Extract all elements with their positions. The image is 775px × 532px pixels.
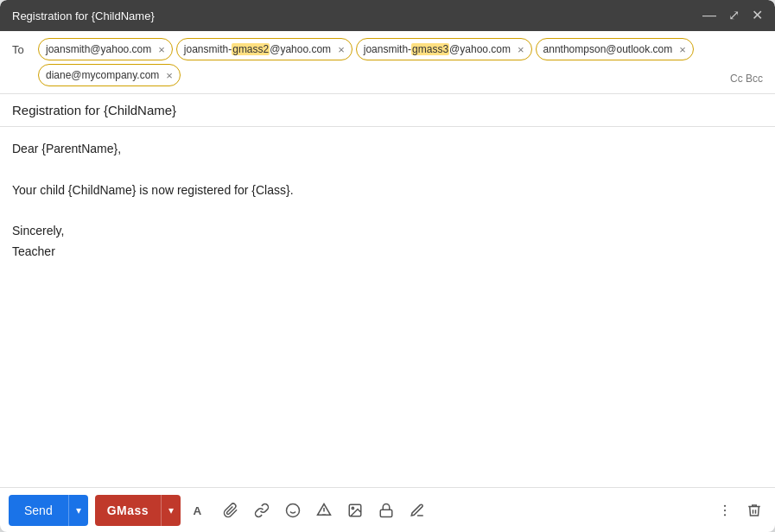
recipient-tag-4[interactable]: annthompson@outlook.com × — [536, 38, 694, 60]
gmass-arrow-icon: ▾ — [168, 504, 174, 516]
to-label: To — [12, 38, 29, 62]
delete-icon[interactable] — [742, 499, 766, 522]
send-button[interactable]: Send — [9, 495, 68, 526]
svg-point-8 — [352, 507, 353, 509]
body-section[interactable]: Dear {ParentName}, Your child {ChildName… — [0, 127, 775, 487]
highlight-gmass3: gmass3 — [411, 43, 449, 55]
title-bar-controls: — ⤢ ✕ — [702, 9, 763, 22]
tag-text-4: annthompson@outlook.com — [543, 43, 673, 55]
body-line-3: Sincerely, — [12, 221, 763, 242]
gmass-group: GMass ▾ — [95, 495, 181, 526]
highlight-gmass2: gmass2 — [232, 43, 270, 55]
more-options-icon[interactable] — [713, 499, 737, 522]
tag-text-3: joansmith-gmass3@yahoo.com — [364, 43, 511, 55]
subject-input[interactable] — [12, 103, 763, 117]
link-icon[interactable] — [250, 499, 274, 522]
remove-recipient-3[interactable]: × — [518, 44, 524, 55]
maximize-button[interactable]: ⤢ — [728, 9, 740, 22]
body-line-1: Dear {ParentName}, — [12, 139, 763, 160]
send-arrow-icon: ▾ — [76, 504, 81, 516]
remove-recipient-5[interactable]: × — [166, 70, 173, 81]
tag-text-5: diane@mycompany.com — [46, 69, 159, 81]
body-line-2: Your child {ChildName} is now registered… — [12, 180, 763, 201]
tag-text-1: joansmith@yahoo.com — [46, 43, 151, 55]
title-bar: Registration for {ChildName} — ⤢ ✕ — [0, 0, 775, 31]
cc-bcc-button[interactable]: Cc Bcc — [730, 73, 763, 85]
svg-text:A: A — [194, 504, 202, 516]
window-title: Registration for {ChildName} — [12, 10, 155, 22]
gmass-button[interactable]: GMass — [95, 495, 161, 526]
svg-point-12 — [724, 514, 726, 516]
svg-point-1 — [287, 504, 300, 516]
attach-icon[interactable] — [219, 499, 243, 522]
gmass-dropdown-button[interactable]: ▾ — [161, 495, 181, 526]
compose-window: Registration for {ChildName} — ⤢ ✕ To jo… — [0, 0, 775, 532]
svg-rect-9 — [380, 510, 392, 516]
toolbar: Send ▾ GMass ▾ A — [0, 487, 775, 532]
pen-icon[interactable] — [405, 499, 429, 522]
remove-recipient-2[interactable]: × — [338, 44, 345, 55]
svg-point-10 — [724, 504, 726, 506]
svg-point-11 — [724, 509, 726, 510]
recipient-tags: joansmith@yahoo.com × joansmith-gmass2@y… — [38, 38, 763, 86]
body-text: Dear {ParentName}, Your child {ChildName… — [12, 139, 763, 263]
recipient-tag-2[interactable]: joansmith-gmass2@yahoo.com × — [176, 38, 353, 60]
drive-icon[interactable] — [312, 499, 336, 522]
remove-recipient-4[interactable]: × — [679, 44, 686, 55]
lock-icon[interactable] — [374, 499, 398, 522]
image-icon[interactable] — [343, 499, 367, 522]
emoji-icon[interactable] — [281, 499, 305, 522]
to-section: To joansmith@yahoo.com × joansmith-gmass… — [0, 31, 775, 94]
recipient-tag-1[interactable]: joansmith@yahoo.com × — [38, 38, 173, 60]
body-line-4: Teacher — [12, 242, 763, 263]
to-row: To joansmith@yahoo.com × joansmith-gmass… — [12, 38, 763, 86]
recipient-tag-5[interactable]: diane@mycompany.com × — [38, 64, 181, 86]
tag-text-2: joansmith-gmass2@yahoo.com — [184, 43, 331, 55]
send-dropdown-button[interactable]: ▾ — [68, 495, 88, 526]
compose-body: To joansmith@yahoo.com × joansmith-gmass… — [0, 31, 775, 532]
remove-recipient-1[interactable]: × — [158, 44, 165, 55]
subject-section — [0, 94, 775, 127]
close-button[interactable]: ✕ — [752, 9, 763, 22]
toolbar-right — [713, 499, 766, 522]
send-group: Send ▾ — [9, 495, 88, 526]
minimize-button[interactable]: — — [702, 9, 716, 22]
format-text-icon[interactable]: A — [187, 499, 212, 522]
recipient-tag-3[interactable]: joansmith-gmass3@yahoo.com × — [356, 38, 532, 60]
